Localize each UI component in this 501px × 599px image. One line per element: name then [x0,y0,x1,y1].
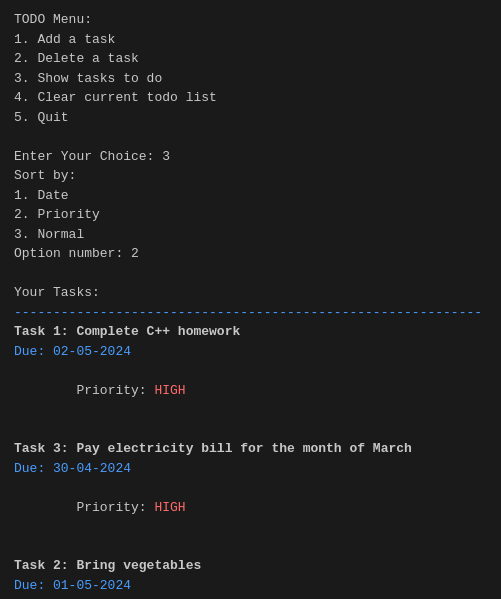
task-3-due: Due: 30-04-2024 [14,459,487,479]
task-3-name: Task 3: Pay electricity bill for the mon… [14,439,487,459]
option-number: Option number: 2 [14,244,487,264]
enter-choice: Enter Your Choice: 3 [14,147,487,167]
tasks-heading: Your Tasks: [14,283,487,303]
menu-item-3: 3. Show tasks to do [14,69,487,89]
task-3-priority-value: HIGH [154,500,185,515]
menu-section: TODO Menu: 1. Add a task 2. Delete a tas… [14,10,487,127]
task-1-due: Due: 02-05-2024 [14,342,487,362]
sort-option-1: 1. Date [14,186,487,206]
task-1-priority: Priority: HIGH [14,361,487,420]
interaction-section: Enter Your Choice: 3 Sort by: 1. Date 2.… [14,147,487,264]
menu-title: TODO Menu: [14,10,487,30]
task-2-due: Due: 01-05-2024 [14,576,487,596]
priority-label-1: Priority: [76,383,154,398]
task-row-3: Task 3: Pay electricity bill for the mon… [14,439,487,537]
task-3-priority: Priority: HIGH [14,478,487,537]
priority-label-3: Priority: [76,500,154,515]
task-2-priority: Priority: MEDIUM [14,595,487,599]
task-1-priority-value: HIGH [154,383,185,398]
tasks-divider: ----------------------------------------… [14,303,487,323]
terminal-window: TODO Menu: 1. Add a task 2. Delete a tas… [14,10,487,599]
sort-by-label: Sort by: [14,166,487,186]
sort-option-2: 2. Priority [14,205,487,225]
menu-item-4: 4. Clear current todo list [14,88,487,108]
tasks-section: Your Tasks: ----------------------------… [14,283,487,599]
menu-item-2: 2. Delete a task [14,49,487,69]
task-row-1: Task 1: Complete C++ homework Due: 02-05… [14,322,487,420]
sort-option-3: 3. Normal [14,225,487,245]
menu-item-5: 5. Quit [14,108,487,128]
task-2-name: Task 2: Bring vegetables [14,556,487,576]
task-row-2: Task 2: Bring vegetables Due: 01-05-2024… [14,556,487,599]
task-1-name: Task 1: Complete C++ homework [14,322,487,342]
menu-item-1: 1. Add a task [14,30,487,50]
